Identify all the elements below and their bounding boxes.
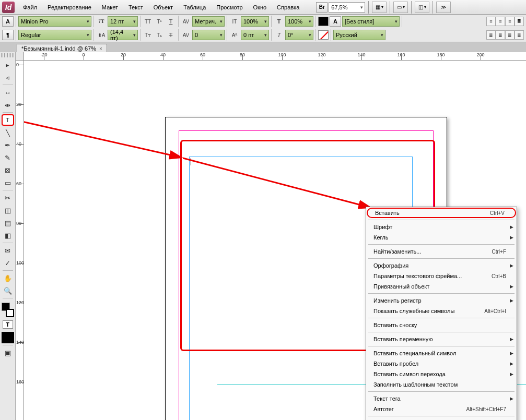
context-menu-item[interactable]: Вставить переменную▶ (366, 334, 517, 344)
vscale-icon: IT (229, 16, 240, 27)
note-tool[interactable]: ✉ (2, 245, 14, 256)
line-tool[interactable]: ╲ (2, 127, 14, 138)
ruler-vertical[interactable]: 020406080100120140160180200 (16, 61, 24, 420)
align-right-button[interactable]: ≡ (505, 17, 515, 26)
leading-combo[interactable]: (14,4 пт) (108, 30, 138, 40)
kerning-combo[interactable]: Метрич. (192, 16, 225, 27)
gap-tool[interactable]: ⇹ (2, 99, 14, 111)
context-menu-item[interactable]: Вставить специальный символ▶ (366, 348, 517, 358)
arrange-docs-button[interactable]: ◫ (415, 2, 429, 13)
hscale-combo[interactable]: 100% (285, 16, 313, 27)
menu-help[interactable]: Справка (273, 2, 303, 13)
align-left-button[interactable]: ≡ (486, 17, 496, 26)
submenu-arrow-icon: ▶ (510, 396, 513, 401)
pen-tool[interactable]: ✒ (2, 139, 14, 151)
document-tab[interactable]: *Безымянный-1.indd @ 67% × (17, 44, 107, 53)
menu-bar: Id Файл Редактирование Макет Текст Объек… (0, 0, 526, 15)
menu-layout[interactable]: Макет (98, 2, 122, 13)
context-menu-item[interactable]: Привязанный объект▶ (366, 281, 517, 292)
menu-window[interactable]: Окно (249, 2, 271, 13)
view-mode-button[interactable]: ▣ (2, 347, 14, 358)
menu-object[interactable]: Объект (149, 2, 177, 13)
context-menu-item[interactable]: АвтотегAlt+Shift+Ctrl+F7 (366, 404, 517, 414)
context-menu-label: Показать служебные символы (373, 308, 454, 314)
menu-type[interactable]: Текст (124, 2, 147, 13)
strikethrough-icon[interactable]: T (166, 30, 176, 40)
context-menu-item[interactable]: Параметры текстового фрейма...Ctrl+B (366, 271, 517, 281)
stroke-swatch[interactable] (318, 30, 329, 40)
menu-edit[interactable]: Редактирование (43, 2, 96, 13)
context-menu-item[interactable]: Текст тега▶ (366, 393, 517, 404)
tracking-combo[interactable]: 0 (192, 30, 225, 40)
subscript-icon[interactable]: T₁ (154, 30, 165, 40)
submenu-arrow-icon: ▶ (510, 351, 513, 356)
menu-file[interactable]: Файл (19, 2, 41, 13)
justify-full-button[interactable]: ≣ (515, 30, 524, 40)
color-swatches[interactable] (2, 303, 14, 317)
context-menu-item[interactable]: ВставитьCtrl+V (367, 208, 516, 218)
vscale-combo[interactable]: 100% (241, 16, 269, 27)
context-menu-item[interactable]: Орфография▶ (366, 260, 517, 271)
bridge-button[interactable]: Br (316, 2, 328, 13)
font-weight-combo[interactable]: Regular (18, 30, 91, 40)
language-combo[interactable]: Русский (333, 30, 385, 40)
workspace-menu-button[interactable]: ≫ (436, 2, 451, 13)
size-icon: 𝘛𝐓 (96, 16, 107, 27)
font-size-combo[interactable]: 12 пт (108, 16, 138, 27)
formatting-affects-text[interactable]: T (3, 320, 13, 329)
underline-icon[interactable]: T (166, 16, 176, 27)
smallcaps-icon[interactable]: Tᴛ (143, 30, 153, 40)
direct-selection-tool[interactable]: ◃ (2, 71, 14, 83)
menu-view[interactable]: Просмотр (212, 2, 247, 13)
eyedropper-tool[interactable]: ✓ (2, 257, 14, 269)
context-menu-item[interactable]: Вставить сноску (366, 320, 517, 330)
context-menu-label: Вставить сноску (373, 322, 417, 328)
rectangle-frame-tool[interactable]: ⊠ (2, 164, 14, 176)
font-combo[interactable]: Minion Pro (18, 16, 91, 27)
char-mode-icon[interactable]: A (2, 16, 14, 27)
zoom-combo[interactable]: 67,5% (329, 2, 365, 13)
context-menu-item[interactable]: Шрифт▶ (366, 222, 517, 232)
char-style-combo[interactable]: [Без стиля] (342, 16, 400, 27)
context-menu-item[interactable]: Изменить регистр▶ (366, 295, 517, 306)
stroke-color[interactable] (6, 309, 14, 317)
context-menu-item[interactable]: Заполнить шаблонным текстом (366, 379, 517, 390)
context-menu-item[interactable]: Найти/заменить...Ctrl+F (366, 246, 517, 257)
selection-tool[interactable]: ▸ (2, 59, 14, 70)
fill-swatch[interactable] (318, 17, 329, 26)
view-options-button[interactable]: ▦ (372, 2, 387, 13)
context-menu-item[interactable]: Вставить символ перехода▶ (366, 369, 517, 379)
close-tab-icon[interactable]: × (99, 46, 102, 52)
context-menu-item[interactable]: Интерактивные элементы▶ (366, 418, 517, 420)
context-menu-item[interactable]: Вставить пробел▶ (366, 358, 517, 369)
apply-color[interactable] (2, 332, 14, 343)
ruler-origin[interactable] (16, 52, 24, 61)
allcaps-icon[interactable]: TT (143, 16, 153, 27)
context-menu-label: Вставить (375, 210, 400, 216)
justify-left-button[interactable]: ≣ (486, 30, 496, 40)
rectangle-tool[interactable]: ▭ (2, 177, 14, 188)
scissors-tool[interactable]: ✂ (2, 192, 14, 203)
gradient-swatch-tool[interactable]: ▤ (2, 217, 14, 229)
zoom-tool[interactable]: 🔍 (2, 285, 14, 296)
type-ttool[interactable]: T (2, 114, 14, 126)
para-mode-icon[interactable]: ¶ (2, 30, 14, 40)
panel-grip[interactable] (1, 53, 15, 57)
free-transform-tool[interactable]: ◫ (2, 205, 14, 216)
baseline-combo[interactable]: 0 пт (241, 30, 269, 40)
superscript-icon[interactable]: T¹ (154, 16, 165, 27)
context-menu-item[interactable]: Показать служебные символыAlt+Ctrl+I (366, 306, 517, 316)
pencil-tool[interactable]: ✎ (2, 152, 14, 163)
align-center-button[interactable]: ≡ (496, 17, 505, 26)
ruler-horizontal[interactable]: -20020406080100120140160180200 (24, 52, 526, 61)
menu-table[interactable]: Таблица (179, 2, 210, 13)
skew-combo[interactable]: 0° (285, 30, 313, 40)
context-menu-item[interactable]: Кегль▶ (366, 232, 517, 243)
align-justify-button[interactable]: ≣ (515, 17, 524, 26)
screen-mode-button[interactable]: ▭ (393, 2, 408, 13)
justify-center-button[interactable]: ≣ (496, 30, 505, 40)
gradient-feather-tool[interactable]: ◧ (2, 230, 14, 241)
hand-tool[interactable]: ✋ (2, 272, 14, 284)
justify-right-button[interactable]: ≣ (505, 30, 515, 40)
page-tool[interactable]: ↔ (2, 87, 14, 98)
